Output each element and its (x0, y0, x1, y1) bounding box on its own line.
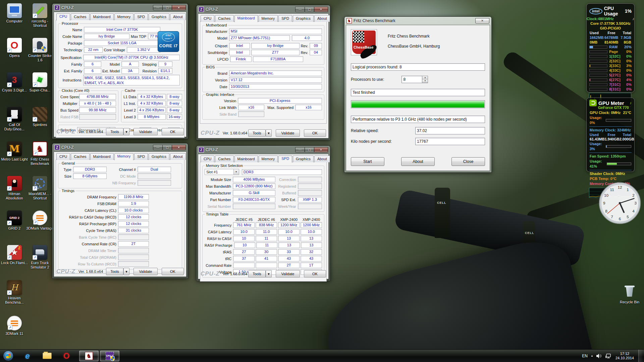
desktop-icon-maxxmem[interactable]: ➚ MaxxMEM... - Shortcut (26, 176, 54, 200)
taskbar-explorer-icon[interactable] (40, 351, 54, 361)
tab-spd[interactable]: SPD (278, 156, 292, 163)
validate-button[interactable]: Validate (276, 129, 300, 137)
tray-clock[interactable]: 17:12 24.10.2014 (615, 352, 634, 360)
slot-select[interactable]: Slot #1▼ (205, 169, 239, 175)
tab-cpu[interactable]: CPU (201, 156, 214, 162)
minimize-button[interactable]: — (153, 5, 163, 10)
tab-memory[interactable]: Memory (114, 153, 134, 160)
tab-graphics[interactable]: Graphics (149, 153, 169, 160)
cpu-usage-gadget[interactable]: intel CPU Usage 1% Clock:4801MHz♪ Core i… (586, 3, 635, 93)
ok-button[interactable]: OK (304, 270, 326, 278)
tab-memory[interactable]: Memory (114, 13, 134, 20)
desktop-icon-metro[interactable]: ➚ Metro Last Light (1, 141, 28, 162)
desktop-icon-opera[interactable]: ➚ Opera (1, 38, 28, 58)
desktop-icon-crysis3[interactable]: ➚ Crysis 3.Digit... (1, 72, 28, 93)
spin-down-icon[interactable]: ▼ (422, 79, 428, 83)
titlebar[interactable]: Z CPU-Z — ▢ ✕ (198, 5, 329, 13)
about-button[interactable]: About (401, 157, 435, 166)
tools-dropdown-icon[interactable]: ▾ (266, 270, 272, 278)
hidden-icons-arrow[interactable]: ▲ (591, 354, 593, 357)
close-button[interactable]: ✕ (314, 147, 328, 153)
desktop-icon-3dmark11[interactable]: ➚ 3DMark 11 (1, 316, 28, 336)
tab-caches[interactable]: Caches (215, 156, 233, 162)
tab-caches[interactable]: Caches (71, 153, 89, 160)
tab-graphics[interactable]: Graphics (293, 15, 314, 22)
desktop-icon-counter-strike[interactable]: ➚ Counter Strike 1.6 (26, 38, 54, 62)
processors-input[interactable]: 8 (401, 76, 422, 83)
desktop-icon-grid2[interactable]: ➚ GRID 2 (1, 210, 28, 231)
tab-spd[interactable]: SPD (134, 153, 148, 160)
minimize-button[interactable]: — (153, 145, 163, 150)
titlebar[interactable]: Z CPU-Z — ▢ ✕ (54, 4, 186, 12)
close-button[interactable]: ✕ (172, 145, 186, 150)
validate-button[interactable]: Validate (133, 268, 158, 275)
taskbar-opera-icon[interactable]: O (60, 351, 73, 361)
desktop-icon-lockon[interactable]: ➚ Lock On.Flami... (1, 245, 28, 265)
spinner[interactable]: ▲▼ (422, 76, 428, 83)
maximize-button[interactable]: ▢ (162, 5, 172, 10)
desktop-icon-heaven[interactable]: ➚ Heaven Benchma... (1, 280, 28, 305)
tab-graphics[interactable]: Graphics (149, 13, 169, 20)
desktop-icon-computer[interactable]: Computer (1, 3, 28, 23)
desktop-icon-rorconfig[interactable]: ➚ rorconfig - Shortcut (26, 3, 54, 28)
tools-dropdown-icon[interactable]: ▾ (123, 128, 129, 135)
taskbar-cpuz-button[interactable]: CPU-Z (100, 351, 119, 361)
validate-button[interactable]: Validate (276, 270, 300, 278)
close-button[interactable]: ✕ (314, 7, 328, 12)
tab-cpu[interactable]: CPU (201, 15, 214, 22)
tools-button[interactable]: Tools (106, 268, 123, 275)
taskbar-fritz-button[interactable]: ♞ (79, 351, 99, 361)
ok-button[interactable]: OK (162, 128, 184, 135)
tab-about[interactable]: About (170, 13, 186, 20)
desktop-icon-hitman[interactable]: ➚ Hitman Absolution (1, 176, 28, 200)
tab-cpu[interactable]: CPU (56, 13, 70, 20)
clock-gadget[interactable]: 12 1 2 3 4 5 6 7 8 9 10 11 (598, 181, 642, 227)
titlebar[interactable]: ♞ Fritz Chess Benchmark ✕ (346, 17, 490, 25)
maximize-button[interactable]: ▢ (305, 147, 314, 153)
spin-up-icon[interactable]: ▲ (422, 76, 428, 79)
tab-caches[interactable]: Caches (215, 15, 233, 22)
network-icon[interactable] (605, 354, 611, 358)
tools-button[interactable]: Tools (248, 270, 266, 278)
tools-dropdown-icon[interactable]: ▾ (123, 268, 129, 275)
tab-mainboard[interactable]: Mainboard (234, 156, 258, 162)
close-button[interactable]: ✕ (475, 18, 489, 23)
tab-memory[interactable]: Memory (259, 15, 278, 22)
tab-about[interactable]: About (170, 153, 186, 160)
volume-icon[interactable] (596, 354, 602, 358)
show-desktop-button[interactable] (638, 350, 643, 362)
validate-button[interactable]: Validate (133, 128, 158, 135)
close-button[interactable]: ✕ (172, 5, 186, 10)
gpu-meter-gadget[interactable]: GPU Meter ♪ GeForce GTX 770 GPU Clock: 0… (586, 98, 635, 172)
tab-mainboard[interactable]: Mainboard (90, 153, 114, 160)
tab-caches[interactable]: Caches (71, 13, 89, 20)
tab-mainboard[interactable]: Mainboard (90, 13, 114, 20)
desktop-icon-cod-ghosts[interactable]: ➚ Call Of Duty.Ghos... (1, 107, 28, 131)
tab-mainboard[interactable]: Mainboard (234, 15, 258, 22)
tab-about[interactable]: About (314, 15, 330, 22)
minimize-button[interactable]: — (295, 147, 305, 153)
tab-graphics[interactable]: Graphics (293, 156, 314, 162)
desktop-icon-recycle-bin[interactable]: Recycle Bin (616, 284, 643, 304)
tools-button[interactable]: Tools (248, 129, 266, 137)
tab-memory[interactable]: Memory (259, 156, 278, 162)
desktop-icon-fritz-chess[interactable]: ➚ Fritz Chess Benchmark (26, 141, 54, 166)
close-action-button[interactable]: Close (451, 157, 485, 166)
tab-cpu[interactable]: CPU (56, 153, 70, 160)
desktop-icon-spintires[interactable]: ➚ Spintires (26, 107, 54, 127)
titlebar[interactable]: Z CPU-Z — ▢ ✕ (198, 146, 329, 154)
start-button[interactable] (3, 351, 13, 361)
tab-spd[interactable]: SPD (278, 15, 292, 22)
start-button[interactable]: Start (351, 157, 384, 166)
maximize-button[interactable]: ▢ (305, 7, 314, 12)
ok-button[interactable]: OK (304, 129, 326, 137)
maximize-button[interactable]: ▢ (162, 145, 172, 150)
tab-spd[interactable]: SPD (134, 13, 148, 20)
taskbar-ie-icon[interactable]: e (21, 351, 34, 361)
desktop-icon-supercharger[interactable]: ➚ Super-Cha... (26, 72, 54, 93)
tools-button[interactable]: Tools (106, 128, 123, 135)
titlebar[interactable]: Z CPU-Z — ▢ ✕ (54, 143, 186, 152)
desktop-icon-euro-truck[interactable]: ➚ Euro Truck Simulator 2 (26, 245, 54, 269)
tab-about[interactable]: About (314, 156, 330, 162)
minimize-button[interactable]: — (295, 7, 305, 12)
